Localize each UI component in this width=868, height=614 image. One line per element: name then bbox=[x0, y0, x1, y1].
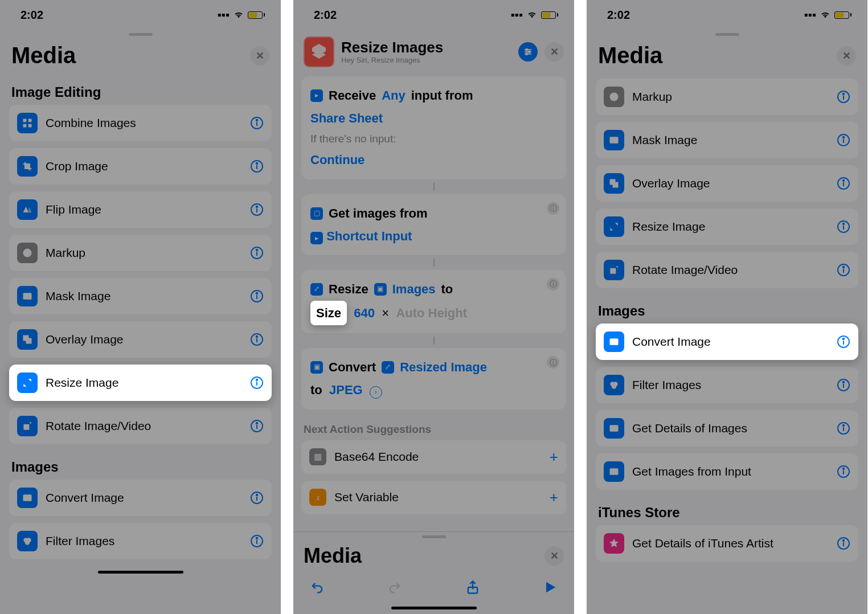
drawer-grabber[interactable] bbox=[422, 535, 446, 538]
info-button[interactable] bbox=[250, 116, 264, 130]
svg-point-83 bbox=[843, 382, 844, 383]
action-info-button[interactable]: ⓘ bbox=[547, 356, 559, 369]
action-row-resize[interactable]: Resize Image bbox=[596, 208, 858, 245]
flip-icon bbox=[17, 199, 38, 220]
info-button[interactable] bbox=[837, 177, 850, 190]
drawer-close-button[interactable]: ✕ bbox=[544, 546, 564, 566]
action-label: Combine Images bbox=[46, 116, 242, 130]
undo-button[interactable] bbox=[309, 579, 325, 595]
close-button[interactable]: ✕ bbox=[544, 42, 564, 62]
close-button[interactable]: ✕ bbox=[250, 46, 269, 66]
action-row-mask[interactable]: Mask Image bbox=[596, 122, 858, 158]
size-token[interactable]: Size bbox=[310, 301, 347, 326]
action-row-markup[interactable]: Markup bbox=[9, 235, 272, 271]
info-button[interactable] bbox=[837, 90, 850, 104]
info-button[interactable] bbox=[250, 491, 264, 505]
suggestion-row[interactable]: ▦Base64 Encode+ bbox=[301, 440, 566, 474]
cellular-icon: ▪▪▪ bbox=[218, 9, 230, 22]
svg-point-50 bbox=[526, 53, 527, 55]
info-button[interactable] bbox=[250, 333, 264, 346]
action-info-button[interactable]: ⓘ bbox=[547, 278, 559, 290]
action-row-crop[interactable]: Crop Image bbox=[9, 148, 272, 185]
action-row-overlay[interactable]: Overlay Image bbox=[596, 165, 858, 202]
action-row-convert[interactable]: Convert Image bbox=[596, 324, 858, 360]
svg-rect-30 bbox=[23, 424, 29, 430]
suggestion-row[interactable]: 𝑥Set Variable+ bbox=[301, 481, 566, 514]
action-label: Crop Image bbox=[46, 159, 242, 173]
resized-image-variable[interactable]: Resized Image bbox=[400, 356, 487, 379]
action-row-rotate[interactable]: Rotate Image/Video bbox=[596, 252, 858, 288]
action-row-overlay[interactable]: Overlay Image bbox=[9, 321, 272, 358]
info-button[interactable] bbox=[837, 421, 850, 435]
action-row-getfrom[interactable]: Get Images from Input bbox=[596, 453, 858, 490]
action-row-rotate[interactable]: Rotate Image/Video bbox=[9, 408, 272, 444]
phone-1: 2:02 ▪▪▪ ⚡ Media ✕ Image Editing Combine… bbox=[0, 0, 281, 614]
close-button[interactable]: ✕ bbox=[837, 46, 856, 66]
info-button[interactable] bbox=[837, 378, 850, 392]
receive-action[interactable]: ▸ Receive Any input from Share Sheet If … bbox=[301, 76, 566, 179]
battery-icon: ⚡ bbox=[834, 11, 851, 19]
svg-point-9 bbox=[256, 163, 257, 164]
editor-header: Resize Images Hey Siri, Resize Images ✕ bbox=[293, 30, 574, 73]
home-indicator[interactable] bbox=[98, 571, 183, 574]
suggestion-label: Set Variable bbox=[334, 490, 399, 504]
action-row-details[interactable]: Get Details of Images bbox=[596, 410, 858, 447]
mask-icon bbox=[17, 286, 38, 306]
sheet-grabber[interactable] bbox=[129, 33, 153, 36]
info-button[interactable] bbox=[250, 289, 264, 303]
action-row-markup[interactable]: Markup bbox=[596, 79, 858, 115]
home-indicator[interactable] bbox=[391, 607, 477, 609]
receive-type[interactable]: Any bbox=[382, 84, 406, 107]
rotate-icon bbox=[604, 260, 624, 280]
continue-link[interactable]: Continue bbox=[310, 153, 365, 167]
resize-width[interactable]: 640 bbox=[354, 306, 375, 320]
actions-drawer[interactable]: Media ✕ bbox=[293, 531, 574, 602]
action-row-filter[interactable]: Filter Images bbox=[596, 367, 858, 403]
battery-icon: ⚡ bbox=[541, 11, 558, 19]
info-button[interactable] bbox=[837, 465, 850, 478]
action-row-convert[interactable]: Convert Image bbox=[9, 480, 272, 516]
settings-button[interactable] bbox=[518, 42, 538, 62]
action-row-grid[interactable]: Combine Images bbox=[9, 105, 272, 141]
info-button[interactable] bbox=[250, 203, 264, 216]
sheet-grabber[interactable] bbox=[715, 33, 739, 36]
convert-format[interactable]: JPEG bbox=[329, 383, 363, 397]
shortcut-name[interactable]: Resize Images bbox=[341, 39, 443, 56]
convert-action[interactable]: ⓘ ▣ Convert ⤢ Resized Image to JPEG › bbox=[301, 348, 566, 409]
info-button[interactable] bbox=[250, 534, 264, 548]
info-button[interactable] bbox=[837, 133, 850, 147]
images-variable[interactable]: Images bbox=[392, 278, 436, 301]
action-row-mask[interactable]: Mask Image bbox=[9, 278, 272, 314]
share-sheet-link[interactable]: Share Sheet bbox=[310, 111, 383, 125]
info-button[interactable] bbox=[837, 537, 850, 550]
action-label: Filter Images bbox=[46, 534, 242, 548]
svg-rect-0 bbox=[23, 119, 27, 122]
share-button[interactable] bbox=[465, 579, 481, 595]
add-suggestion-button[interactable]: + bbox=[550, 448, 558, 466]
expand-options-icon[interactable]: › bbox=[370, 386, 382, 399]
resize-height[interactable]: Auto Height bbox=[396, 306, 467, 320]
action-row-resize[interactable]: Resize Image bbox=[9, 365, 272, 401]
action-label: Overlay Image bbox=[632, 177, 829, 190]
info-button[interactable] bbox=[837, 220, 850, 234]
redo-button[interactable] bbox=[387, 579, 403, 595]
phone-2: 2:02 ▪▪▪ ⚡ Resize Images Hey Siri, Resiz… bbox=[293, 0, 574, 614]
add-suggestion-button[interactable]: + bbox=[550, 489, 558, 506]
resize-action[interactable]: ⓘ ⤢ Resize ▣ Images to Size 640 × Auto H… bbox=[301, 270, 566, 333]
action-row-flip[interactable]: Flip Image bbox=[9, 191, 272, 228]
get-images-action[interactable]: ⓘ ▢ Get images from ▸ Shortcut Input bbox=[301, 194, 566, 255]
info-button[interactable] bbox=[250, 419, 264, 433]
getfrom-icon bbox=[604, 461, 624, 482]
info-button[interactable] bbox=[837, 263, 850, 277]
info-button[interactable] bbox=[250, 376, 264, 390]
info-button[interactable] bbox=[837, 335, 850, 349]
run-button[interactable] bbox=[542, 579, 558, 595]
action-info-button[interactable]: ⓘ bbox=[547, 202, 559, 215]
wifi-icon bbox=[820, 9, 831, 22]
action-row-star[interactable]: Get Details of iTunes Artist bbox=[596, 525, 858, 562]
info-button[interactable] bbox=[250, 246, 264, 260]
filter-icon bbox=[604, 375, 624, 395]
shortcut-input-var[interactable]: Shortcut Input bbox=[326, 229, 412, 243]
action-row-filter[interactable]: Filter Images bbox=[9, 523, 272, 559]
info-button[interactable] bbox=[250, 159, 264, 173]
